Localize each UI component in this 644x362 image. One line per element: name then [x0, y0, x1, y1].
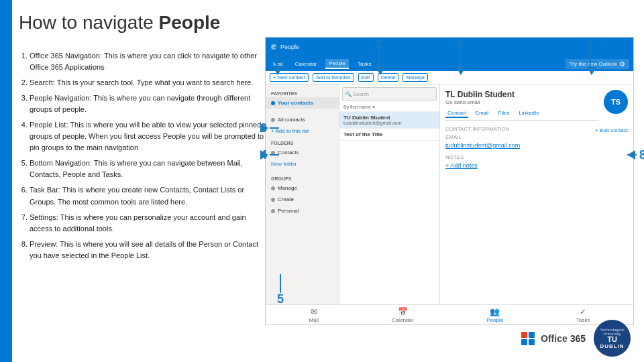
people-ui: People Mail Calendar People Tasks Try th… — [266, 38, 633, 324]
tu-tu-text: TU — [607, 336, 617, 343]
add-notes-btn[interactable]: + Add notes — [445, 162, 628, 169]
svg-rect-1 — [529, 332, 535, 338]
nav-tasks[interactable]: Tasks — [354, 60, 374, 68]
page-title: How to navigate People — [19, 12, 220, 34]
bottom-nav-people[interactable]: 👥 People — [486, 307, 503, 323]
arrow-line-5 — [280, 274, 281, 293]
detail-avatar: TS — [604, 90, 628, 114]
list-item: Search: This is your search tool. Type w… — [30, 77, 267, 88]
your-contacts-nav[interactable]: Your contacts — [266, 97, 339, 109]
arrow-down-6 — [456, 67, 466, 75]
nav-calendar[interactable]: Calendar — [292, 60, 320, 68]
people-topbar: People — [266, 38, 633, 56]
tu-dublin-text: DUBLIN — [600, 343, 624, 349]
search-box[interactable]: 🔍 Search — [342, 87, 437, 101]
callout-1: 1 — [273, 38, 280, 67]
left-nav: Favorites Your contacts All contacts + A… — [266, 84, 339, 304]
arrow-down-1 — [273, 67, 282, 75]
people-navbar: Mail Calendar People Tasks Try the new O… — [266, 56, 633, 71]
tasks-icon: ✓ — [580, 307, 586, 316]
people-icon: 👥 — [490, 307, 500, 316]
contact-tab[interactable]: Contact — [445, 109, 468, 118]
contacts-panel: 🔍 Search By first name ▾ TU Dublin Stude… — [339, 84, 440, 304]
notes-label: Notes — [445, 154, 628, 160]
office365-text: Office 365 — [541, 333, 586, 344]
callout-label-7: 7 — [587, 38, 594, 50]
arrow-line-6 — [459, 50, 460, 67]
contact-item[interactable]: TU Dublin Student tudublinstudent@gmail.… — [339, 112, 439, 129]
callout-label-5: 5 — [277, 293, 284, 305]
email-tab[interactable]: Email — [474, 109, 491, 118]
linkedin-tab[interactable]: LinkedIn — [517, 109, 541, 118]
create-group-nav[interactable]: Create — [266, 194, 339, 205]
topbar-appname: People — [280, 44, 628, 50]
calendar-icon: 📅 — [398, 307, 408, 316]
list-item: People Navigation: This is where you can… — [30, 93, 267, 115]
manage-groups-nav[interactable]: Manage — [266, 182, 339, 194]
arrow-line-4 — [270, 154, 279, 156]
contact-item[interactable]: Test of the Title — [339, 129, 439, 141]
sidebar — [0, 0, 12, 362]
page: How to navigate People Office 365 Naviga… — [0, 0, 644, 362]
callout-label-6: 6 — [456, 38, 463, 50]
group-icon — [271, 186, 275, 190]
nav-icon — [271, 118, 275, 122]
callout-7: 7 — [587, 38, 594, 67]
arrow-down-2 — [376, 67, 385, 75]
detail-email-label: Go send email — [445, 99, 628, 105]
arrow-left-8 — [627, 150, 635, 160]
contact-info-title: Contact Information — [445, 126, 510, 132]
title-prefix: How to navigate — [19, 12, 159, 33]
list-item: People List: This is where you will be a… — [30, 119, 267, 154]
arrow-line-1 — [276, 50, 277, 67]
list-item: Settings: This is where you can personal… — [30, 212, 267, 235]
arrow-right-4 — [260, 150, 268, 160]
group-icon — [271, 198, 275, 202]
nav-people[interactable]: People — [325, 59, 349, 69]
arrow-line-7 — [590, 50, 591, 67]
list-item: Preview: This is where you will see all … — [30, 239, 267, 261]
all-contacts-section-label — [266, 109, 339, 114]
list-item: Bottom Navigation: This is where you can… — [30, 158, 267, 180]
arrow-line-2 — [378, 50, 380, 67]
manage-btn[interactable]: Manage — [402, 73, 427, 82]
list-item: Task Bar: This is where you create new C… — [30, 184, 267, 207]
edit-btn[interactable]: Edit — [358, 73, 374, 82]
contact-email-value[interactable]: tudublinstudent@gmail.com — [445, 142, 628, 149]
contact-name: Test of the Title — [343, 131, 435, 137]
email-section-label: Email — [445, 134, 628, 140]
new-outlook-toggle[interactable]: Try the new Outlook ⚙ — [566, 59, 629, 69]
contact-email: tudublinstudent@gmail.com — [343, 121, 435, 125]
svg-rect-2 — [521, 339, 527, 345]
footer: Office 365 Technological University TU D… — [519, 320, 631, 357]
mail-icon: ✉ — [311, 307, 317, 316]
instructions-list: Office 365 Navigation: This is where you… — [19, 50, 267, 265]
folders-section-label: Folders — [266, 137, 339, 147]
list-item: Office 365 Navigation: This is where you… — [30, 50, 267, 73]
contact-info-section: Contact Information + Edit contact Email… — [445, 126, 628, 149]
files-tab[interactable]: Files — [496, 109, 512, 118]
sort-bar: By first name ▾ — [339, 103, 439, 112]
add-favorites-btn[interactable]: Add to favorites — [313, 73, 354, 82]
tu-badge: Technological University TU DUBLIN — [594, 320, 631, 357]
personal-group-nav[interactable]: Personal — [266, 205, 339, 217]
nav-icon — [271, 101, 275, 105]
group-icon — [271, 209, 275, 213]
callout-label-1: 1 — [273, 38, 280, 50]
detail-name: TL Dublin Student — [445, 90, 628, 99]
contact-name: TU Dublin Student — [343, 115, 435, 121]
callout-2: 2 — [376, 38, 382, 67]
title-bold: People — [159, 12, 221, 33]
arrow-right-3 — [260, 123, 268, 133]
office365-logo: Office 365 — [519, 329, 586, 348]
bottom-nav-calendar[interactable]: 📅 Calendar — [392, 307, 413, 323]
callout-3: 3 — [260, 122, 279, 134]
edit-contact-link[interactable]: + Edit contact — [595, 127, 628, 133]
callout-4: 4 — [260, 149, 279, 161]
bottom-nav-mail[interactable]: ✉ Mail — [309, 307, 319, 323]
callout-label-8: 8 — [639, 149, 644, 161]
svg-rect-3 — [529, 339, 535, 345]
detail-panel: TS TL Dublin Student Go send email Conta… — [440, 84, 633, 304]
callout-label-2: 2 — [376, 38, 382, 50]
arrow-line-3 — [270, 127, 279, 129]
